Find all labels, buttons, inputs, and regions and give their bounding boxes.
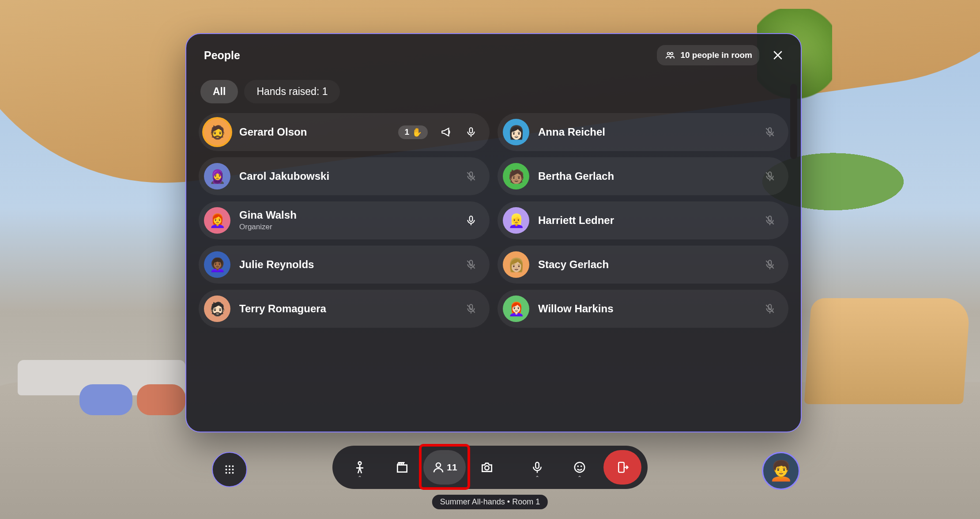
- avatar: 🧔: [204, 119, 230, 145]
- pose-icon: [353, 460, 367, 474]
- tab-all[interactable]: All: [200, 80, 238, 103]
- people-panel: People 10 people in room All Hands raise…: [185, 33, 802, 432]
- bg-arch-right: [804, 298, 971, 404]
- apps-grid-icon: [223, 463, 236, 476]
- svg-rect-28: [618, 462, 624, 473]
- chevron-up-icon: ⌃: [358, 475, 362, 481]
- participant-row[interactable]: 🧔🏻Terry Romaguera: [199, 290, 490, 328]
- avatar: 👩‍🦰: [204, 207, 230, 234]
- tab-hands-raised[interactable]: Hands raised: 1: [244, 80, 340, 103]
- avatar: 👩🏻‍🦰: [503, 295, 529, 322]
- dock-people-button[interactable]: 11: [423, 450, 466, 485]
- room-count-label: 10 people in room: [680, 50, 752, 60]
- apps-button[interactable]: [212, 452, 247, 487]
- dock-leave-button[interactable]: [603, 450, 641, 485]
- participant-row[interactable]: 🧑🏽Bertha Gerlach: [498, 157, 788, 195]
- bg-cushion-orange: [137, 384, 185, 415]
- svg-point-15: [226, 469, 227, 470]
- avatar: 👩🏾‍🦱: [204, 251, 230, 278]
- svg-point-16: [229, 469, 230, 470]
- camera-icon: [480, 460, 494, 474]
- avatar: 🧕: [204, 163, 230, 189]
- close-icon: [771, 49, 784, 62]
- mic-muted-icon[interactable]: [764, 214, 776, 227]
- panel-title: People: [204, 49, 240, 62]
- svg-point-14: [232, 466, 234, 467]
- megaphone-icon[interactable]: [440, 126, 452, 138]
- participant-row[interactable]: 🧕Carol Jakubowski: [199, 157, 490, 195]
- dock-emote-button[interactable]: ⌃: [558, 450, 601, 485]
- people-group-icon: [664, 49, 676, 61]
- participant-name: Terry Romaguera: [239, 303, 456, 315]
- svg-point-27: [581, 466, 581, 466]
- mic-muted-icon[interactable]: [764, 258, 776, 271]
- mic-muted-icon[interactable]: [465, 170, 477, 182]
- svg-rect-2: [470, 128, 473, 133]
- participant-row[interactable]: 👩🏻‍🦰Willow Harkins: [498, 290, 788, 328]
- avatar: 🧑🏽: [503, 163, 529, 189]
- svg-point-19: [229, 472, 230, 474]
- avatar: 👩🏻: [503, 119, 529, 145]
- hand-raised-badge: 1 ✋: [398, 125, 428, 139]
- mic-icon: [531, 461, 544, 474]
- clapper-icon: [395, 460, 409, 474]
- chevron-up-icon: ⌃: [535, 475, 539, 481]
- dock-tooltip: Summer All-hands • Room 1: [432, 495, 548, 509]
- participant-name: Stacy Gerlach: [538, 258, 755, 271]
- participant-role: Organizer: [239, 223, 456, 231]
- svg-point-13: [229, 466, 230, 467]
- avatar: 👱‍♀️: [503, 207, 529, 234]
- participant-name: Willow Harkins: [538, 303, 755, 315]
- participant-row[interactable]: 👩🏾‍🦱Julie Reynolds: [199, 246, 490, 284]
- dock-camera-button[interactable]: [466, 450, 508, 485]
- participant-row[interactable]: 🧔Gerard Olson1 ✋: [199, 113, 490, 151]
- participant-row[interactable]: 👩🏻Anna Reichel: [498, 113, 788, 151]
- bg-cushion-blue: [79, 384, 132, 415]
- person-icon: [432, 461, 445, 474]
- close-button[interactable]: [770, 47, 786, 63]
- svg-point-26: [578, 466, 578, 466]
- dock-reactions-button[interactable]: [381, 450, 423, 485]
- svg-rect-24: [535, 462, 539, 469]
- emote-icon: [573, 461, 586, 474]
- svg-point-20: [232, 472, 234, 474]
- participant-name: Bertha Gerlach: [538, 170, 755, 183]
- mic-muted-icon[interactable]: [764, 170, 776, 182]
- leave-icon: [616, 461, 629, 474]
- mic-muted-icon[interactable]: [465, 258, 477, 271]
- svg-point-25: [575, 462, 585, 473]
- mic-muted-icon[interactable]: [764, 126, 776, 138]
- participant-name: Anna Reichel: [538, 126, 755, 139]
- chevron-up-icon: ⌃: [577, 475, 582, 481]
- participant-row[interactable]: 👩🏼Stacy Gerlach: [498, 246, 788, 284]
- hand-raised-icon: ✋: [412, 127, 422, 137]
- svg-point-0: [667, 53, 670, 55]
- dock-pose-button[interactable]: ⌃: [339, 450, 381, 485]
- svg-rect-6: [470, 216, 473, 221]
- dock-people-count: 11: [447, 462, 457, 473]
- room-count-chip[interactable]: 10 people in room: [657, 45, 759, 65]
- participant-name: Harriett Ledner: [538, 214, 755, 227]
- avatar: 🧔🏻: [204, 295, 230, 322]
- dock-mic-button[interactable]: ⌃: [516, 450, 558, 485]
- participant-name: Julie Reynolds: [239, 258, 456, 271]
- svg-point-1: [671, 53, 673, 55]
- svg-point-21: [358, 462, 362, 465]
- participant-name: Gerard Olson: [239, 126, 389, 139]
- svg-point-18: [226, 472, 227, 474]
- mic-muted-icon[interactable]: [764, 303, 776, 315]
- svg-point-23: [485, 466, 489, 470]
- mic-icon[interactable]: [465, 214, 477, 227]
- svg-point-22: [436, 463, 441, 467]
- svg-point-12: [226, 466, 227, 467]
- participant-row[interactable]: 👱‍♀️Harriett Ledner: [498, 201, 788, 239]
- avatar: 👩🏼: [503, 251, 529, 278]
- participant-name: Carol Jakubowski: [239, 170, 456, 183]
- participant-name: Gina Walsh: [239, 209, 456, 222]
- mic-icon[interactable]: [465, 126, 477, 138]
- mic-muted-icon[interactable]: [465, 303, 477, 315]
- participant-grid: 🧔Gerard Olson1 ✋👩🏻Anna Reichel🧕Carol Jak…: [199, 113, 788, 328]
- participant-row[interactable]: 👩‍🦰Gina WalshOrganizer: [199, 201, 490, 239]
- svg-point-17: [232, 469, 234, 470]
- self-avatar[interactable]: 🧑‍🦱: [762, 452, 800, 490]
